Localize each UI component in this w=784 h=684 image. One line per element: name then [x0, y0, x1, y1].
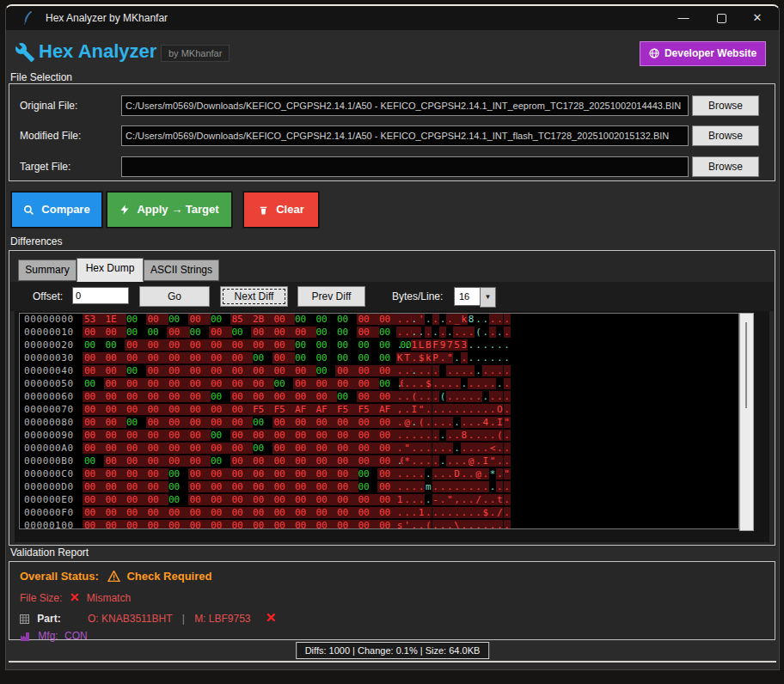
browse-button[interactable]: Browse — [692, 125, 759, 146]
tab-hex-dump[interactable]: Hex Dump — [77, 258, 144, 282]
hex-byte: 00 — [209, 352, 232, 363]
ascii-char: " — [403, 443, 410, 454]
ascii-char: * — [403, 455, 410, 467]
developer-website-button[interactable]: Developer Website — [640, 41, 766, 66]
ascii-char: . — [411, 352, 418, 363]
compare-button[interactable]: Compare — [11, 192, 102, 228]
app-icon — [21, 10, 35, 26]
ascii-char: . — [396, 507, 403, 518]
ascii-char: . — [446, 417, 453, 428]
ascii-char: < — [489, 443, 496, 454]
offset-input[interactable] — [72, 287, 129, 304]
browse-button[interactable]: Browse — [692, 156, 759, 177]
offset-label: Offset: — [33, 290, 63, 302]
ascii-char: . — [489, 520, 496, 529]
ascii-char: . — [446, 314, 453, 325]
ascii-char: . — [446, 365, 453, 376]
hex-scrollbar[interactable] — [739, 313, 754, 531]
part-separator: | — [182, 613, 185, 625]
ascii-char: . — [432, 507, 439, 518]
hex-byte: 00 — [125, 520, 148, 529]
ascii-char: . — [432, 443, 439, 454]
hex-byte: 00 — [357, 481, 380, 492]
ascii-char: . — [446, 520, 453, 529]
hex-byte: 00 — [251, 494, 274, 505]
browse-button[interactable]: Browse — [692, 95, 759, 116]
hex-byte: 00 — [315, 352, 338, 363]
ascii-char: @ — [468, 455, 475, 467]
hex-byte: 00 — [335, 443, 358, 454]
tab-summary[interactable]: Summary — [18, 260, 77, 281]
hex-byte: 00 — [167, 327, 190, 338]
hex-byte: 00 — [335, 430, 358, 441]
hex-byte: 00 — [209, 481, 232, 492]
chevron-down-icon[interactable]: ▼ — [480, 287, 496, 308]
hex-byte: 00 — [83, 404, 106, 415]
hex-address: 00000040 — [24, 365, 74, 376]
ascii-char: . — [489, 327, 496, 338]
hex-byte: 00 — [273, 352, 296, 363]
ascii-char: . — [453, 404, 460, 415]
ascii-char: . — [482, 404, 489, 415]
ascii-char: . — [425, 365, 432, 376]
hex-byte: 00 — [335, 378, 358, 389]
ascii-char: . — [453, 443, 460, 454]
hex-byte: 00 — [335, 507, 358, 518]
hex-byte: 00 — [104, 520, 127, 529]
ascii-char: . — [482, 391, 489, 402]
hex-byte: 00 — [209, 391, 232, 402]
file-path-input[interactable] — [121, 95, 689, 116]
hex-byte: 00 — [146, 520, 169, 529]
scrollbar-thumb[interactable] — [745, 322, 747, 408]
ascii-char: 1 — [418, 507, 425, 518]
file-path-input[interactable] — [121, 125, 689, 146]
prev-diff-button[interactable]: Prev Diff — [297, 286, 365, 307]
maximize-button[interactable] — [708, 6, 734, 30]
ascii-char: t — [496, 494, 503, 505]
file-label: Modified File: — [20, 130, 81, 142]
ascii-char: ( — [425, 520, 432, 529]
hex-address: 000000D0 — [24, 481, 74, 492]
minimize-button[interactable]: — — [671, 6, 696, 30]
hex-byte: 00 — [335, 352, 358, 363]
ascii-char: . — [482, 339, 489, 351]
hex-byte: 00 — [315, 327, 338, 338]
ascii-char: . — [475, 417, 481, 428]
hex-byte: 00 — [167, 443, 190, 454]
hex-address: 00000000 — [24, 314, 74, 325]
ascii-char: . — [496, 352, 503, 363]
hex-byte: 00 — [357, 327, 380, 338]
hex-byte: AF — [293, 404, 316, 415]
file-path-input[interactable] — [121, 156, 689, 177]
ascii-char: . — [482, 378, 489, 389]
close-button[interactable]: ✕ — [744, 6, 770, 30]
ascii-char: . — [468, 507, 475, 518]
ascii-char: . — [475, 430, 481, 441]
differences-frame: Summary Hex Dump ASCII Strings Offset: G… — [9, 250, 775, 546]
ascii-char: . — [496, 391, 503, 402]
hex-view[interactable]: 00000000531E0000000000852B00000000000000… — [19, 313, 739, 529]
next-diff-button[interactable]: Next Diff — [220, 286, 288, 307]
file-selection-frame: Original File:BrowseModified File:Browse… — [9, 83, 775, 181]
go-button[interactable]: Go — [139, 286, 210, 307]
ascii-char: s — [396, 520, 403, 529]
hex-row: 0000008000000000000000000000000000000000… — [20, 417, 738, 430]
ascii-char: . — [453, 352, 460, 363]
file-size-label: File Size: — [20, 592, 62, 604]
clear-button[interactable]: Clear — [243, 192, 319, 228]
hex-byte: 00 — [357, 455, 380, 467]
hex-row: 0000003000000000000000000000000000000000… — [20, 352, 738, 365]
hex-byte: 00 — [83, 339, 106, 351]
part-label: Part: — [37, 613, 60, 625]
ascii-char: . — [504, 455, 511, 467]
ascii-char: . — [396, 468, 403, 479]
ascii-char: @ — [403, 417, 410, 428]
ascii-char: . — [482, 430, 489, 441]
ascii-char: . — [496, 339, 503, 351]
apply-target-button[interactable]: Apply → Target — [107, 192, 232, 228]
hex-address: 00000020 — [24, 339, 74, 351]
title-bar[interactable]: Hex Analyzer by MKhanfar — ✕ — [6, 6, 779, 30]
tab-ascii-strings[interactable]: ASCII Strings — [144, 260, 219, 281]
ascii-char: $ — [482, 507, 489, 518]
ascii-char: . — [411, 481, 418, 492]
